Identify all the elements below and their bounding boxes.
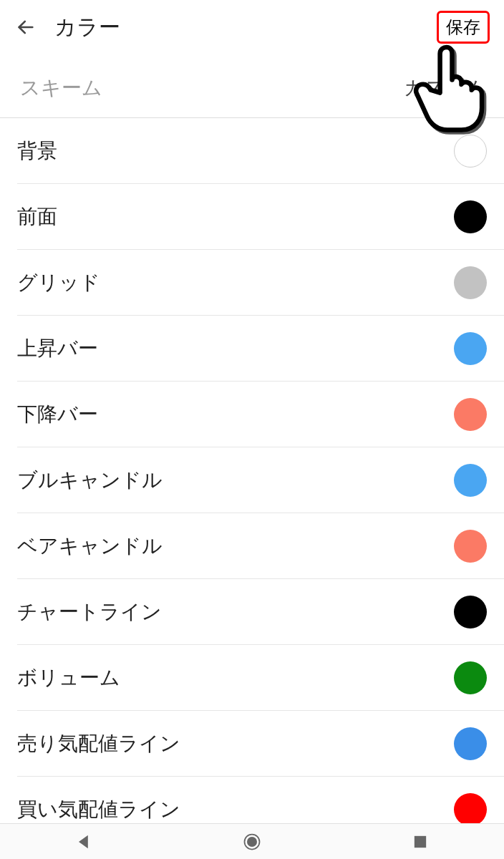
nav-recent-button[interactable] bbox=[410, 832, 430, 852]
color-item[interactable]: ベアキャンドル bbox=[17, 513, 504, 579]
square-recent-icon bbox=[410, 832, 430, 852]
hand-pointer-icon bbox=[401, 44, 494, 137]
color-item-label: グリッド bbox=[17, 269, 100, 296]
color-swatch[interactable] bbox=[454, 464, 487, 497]
color-item-label: ボリューム bbox=[17, 664, 120, 691]
color-item[interactable]: チャートライン bbox=[17, 579, 504, 645]
color-item[interactable]: ボリューム bbox=[17, 645, 504, 711]
color-item-label: ブルキャンドル bbox=[17, 467, 163, 494]
color-swatch[interactable] bbox=[454, 398, 487, 431]
triangle-back-icon bbox=[74, 832, 94, 852]
svg-rect-3 bbox=[414, 835, 425, 847]
color-item-label: 下降バー bbox=[17, 401, 98, 428]
color-item-label: 買い気配値ライン bbox=[17, 796, 180, 823]
color-swatch[interactable] bbox=[454, 793, 487, 826]
color-item-label: ベアキャンドル bbox=[17, 533, 163, 560]
color-item[interactable]: グリッド bbox=[17, 250, 504, 316]
color-item-label: 前面 bbox=[17, 203, 57, 230]
back-button[interactable] bbox=[14, 16, 37, 39]
color-swatch[interactable] bbox=[454, 596, 487, 629]
color-swatch[interactable] bbox=[454, 727, 487, 760]
color-swatch[interactable] bbox=[454, 530, 487, 563]
color-item[interactable]: ブルキャンドル bbox=[17, 447, 504, 513]
header-left: カラー bbox=[14, 13, 120, 42]
color-swatch[interactable] bbox=[454, 266, 487, 299]
svg-point-2 bbox=[247, 837, 257, 847]
color-list: 背景前面グリッド上昇バー下降バーブルキャンドルベアキャンドルチャートラインボリュ… bbox=[0, 118, 504, 843]
color-item-label: 上昇バー bbox=[17, 335, 98, 362]
page-title: カラー bbox=[54, 13, 120, 42]
arrow-left-icon bbox=[16, 17, 36, 37]
color-swatch[interactable] bbox=[454, 332, 487, 365]
nav-home-button[interactable] bbox=[242, 832, 262, 852]
circle-home-icon bbox=[242, 832, 262, 852]
save-button[interactable]: 保存 bbox=[437, 11, 490, 44]
color-item[interactable]: 上昇バー bbox=[17, 316, 504, 382]
color-item[interactable]: 売り気配値ライン bbox=[17, 711, 504, 777]
color-item-label: 背景 bbox=[17, 137, 57, 165]
color-item[interactable]: 下降バー bbox=[17, 382, 504, 447]
color-swatch[interactable] bbox=[454, 200, 487, 233]
color-item-label: 売り気配値ライン bbox=[17, 730, 180, 757]
color-item[interactable]: 前面 bbox=[17, 184, 504, 250]
nav-back-button[interactable] bbox=[74, 832, 94, 852]
color-item-label: チャートライン bbox=[17, 598, 162, 626]
android-navbar bbox=[0, 823, 504, 859]
color-swatch[interactable] bbox=[454, 661, 487, 694]
scheme-label: スキーム bbox=[20, 74, 102, 102]
color-swatch[interactable] bbox=[454, 135, 487, 168]
